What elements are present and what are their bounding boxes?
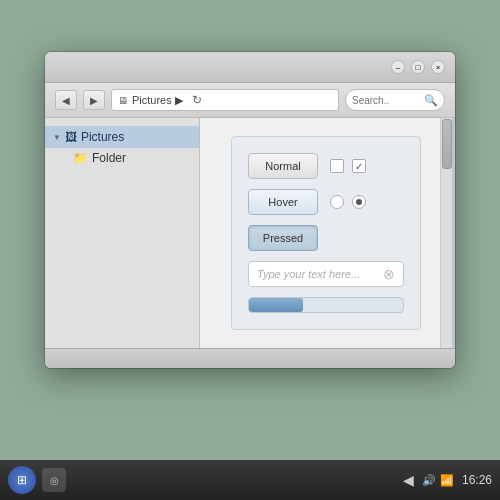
radio-dot <box>356 199 362 205</box>
text-clear-icon[interactable]: ⊗ <box>383 266 395 282</box>
pictures-icon: 🖼 <box>65 130 77 144</box>
start-button[interactable]: ⊞ <box>8 466 36 494</box>
search-icon[interactable]: 🔍 <box>424 94 438 107</box>
radio-unchecked[interactable] <box>330 195 344 209</box>
widget-panel: Normal ✓ Hover <box>231 136 421 330</box>
hover-button[interactable]: Hover <box>248 189 318 215</box>
volume-icon[interactable]: 🔊 <box>422 474 436 487</box>
normal-row: Normal ✓ <box>248 153 404 179</box>
sidebar: ▼ 🖼 Pictures 📁 Folder <box>45 118 200 348</box>
taskbar-tray: 🔊 📶 <box>422 474 454 487</box>
maximize-button[interactable]: □ <box>411 60 425 74</box>
expand-arrow-icon: ▼ <box>53 133 61 142</box>
sidebar-item-label: Pictures <box>81 130 124 144</box>
content-area: Normal ✓ Hover <box>200 118 455 348</box>
taskbar-app-icon[interactable]: ◎ <box>42 468 66 492</box>
folder-icon: 📁 <box>73 151 88 165</box>
address-text: Pictures ▶ <box>132 94 183 107</box>
address-icon: 🖥 <box>118 95 128 106</box>
normal-button[interactable]: Normal <box>248 153 318 179</box>
taskbar-left: ⊞ ◎ <box>8 466 66 494</box>
hover-row: Hover <box>248 189 404 215</box>
search-input[interactable] <box>352 95 420 106</box>
toolbar: ◀ ▶ 🖥 Pictures ▶ ↻ 🔍 <box>45 83 455 118</box>
close-button[interactable]: × <box>431 60 445 74</box>
text-input[interactable]: Type your text here... ⊗ <box>248 261 404 287</box>
pressed-row: Pressed <box>248 225 404 251</box>
taskbar: ⊞ ◎ ◀ 🔊 📶 16:26 <box>0 460 500 500</box>
sidebar-subitem-label: Folder <box>92 151 126 165</box>
taskbar-right: ◀ 🔊 📶 16:26 <box>403 472 492 488</box>
pressed-button[interactable]: Pressed <box>248 225 318 251</box>
checkbox-checked[interactable]: ✓ <box>352 159 366 173</box>
scrollbar[interactable] <box>440 118 452 348</box>
refresh-button[interactable]: ↻ <box>187 90 207 110</box>
main-area: ▼ 🖼 Pictures 📁 Folder Normal <box>45 118 455 348</box>
radio-checked[interactable] <box>352 195 366 209</box>
progress-fill <box>249 298 303 312</box>
desktop: – □ × ◀ ▶ 🖥 Pictures ▶ ↻ <box>0 0 500 460</box>
taskbar-icon-symbol: ◎ <box>50 475 59 486</box>
sidebar-item-pictures[interactable]: ▼ 🖼 Pictures <box>45 126 199 148</box>
progress-bar-container <box>248 297 404 313</box>
checkbox-row-1: ✓ <box>330 159 366 173</box>
start-icon: ⊞ <box>17 473 27 487</box>
media-prev-button[interactable]: ◀ <box>403 472 414 488</box>
file-manager-window: – □ × ◀ ▶ 🖥 Pictures ▶ ↻ <box>45 52 455 368</box>
text-input-placeholder: Type your text here... <box>257 268 379 280</box>
search-bar[interactable]: 🔍 <box>345 89 445 111</box>
sidebar-item-folder[interactable]: 📁 Folder <box>45 148 199 168</box>
checkbox-group: ✓ <box>330 159 366 173</box>
radio-row <box>330 195 366 209</box>
minimize-button[interactable]: – <box>391 60 405 74</box>
address-bar[interactable]: 🖥 Pictures ▶ ↻ <box>111 89 339 111</box>
title-bar: – □ × <box>45 52 455 83</box>
window-controls: – □ × <box>391 60 445 74</box>
taskbar-time: 16:26 <box>462 473 492 487</box>
scrollbar-thumb[interactable] <box>442 119 452 169</box>
back-button[interactable]: ◀ <box>55 90 77 110</box>
checkbox-unchecked[interactable] <box>330 159 344 173</box>
network-icon[interactable]: 📶 <box>440 474 454 487</box>
forward-button[interactable]: ▶ <box>83 90 105 110</box>
status-bar <box>45 348 455 368</box>
